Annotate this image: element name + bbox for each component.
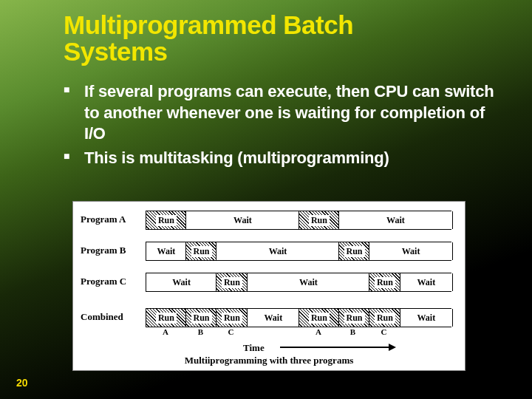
seg-b-wait2: Wait (216, 242, 339, 260)
page-number: 20 (16, 377, 28, 389)
sublabel-b2: B (338, 327, 368, 336)
seg-b-run1: Run (185, 242, 216, 260)
bullet-list: If several programs can execute, then CP… (0, 65, 532, 168)
seg-d-runb2: Run (338, 309, 369, 327)
label-program-b: Program B (81, 245, 126, 256)
seg-b-wait1: Wait (146, 242, 186, 260)
seg-a-wait1: Wait (185, 211, 299, 229)
timing-diagram: Program A Run Wait Run Wait Program B Wa… (72, 201, 466, 371)
bullet-1: If several programs can execute, then CP… (64, 81, 495, 145)
sublabel-c2: C (369, 327, 399, 336)
seg-d-runc2: Run (369, 309, 400, 327)
seg-c-run1: Run (216, 273, 247, 291)
track-combined: Run Run Run Wait Run Run Run Wait (146, 308, 451, 327)
seg-d-wait2: Wait (400, 309, 453, 327)
time-arrow-line (280, 347, 391, 348)
title-line-2: Systems (64, 37, 167, 66)
seg-a-wait2: Wait (338, 211, 453, 229)
row-program-c: Program C Wait Run Wait Run Wait (73, 268, 465, 298)
sublabel-c1: C (216, 327, 246, 336)
row-combined: Combined Run Run Run Wait Run Run Run Wa… (73, 307, 465, 341)
time-label: Time (243, 342, 265, 354)
slide: Multiprogrammed Batch Systems If several… (0, 0, 532, 399)
seg-c-wait3: Wait (400, 273, 453, 291)
diagram-caption: Multiiprogramming with three programs (73, 355, 465, 366)
seg-d-wait1: Wait (247, 309, 299, 327)
title-line-1: Multiprogrammed Batch (64, 10, 353, 39)
seg-a-run1: Run (146, 211, 186, 229)
track-c: Wait Run Wait Run Wait (146, 273, 451, 292)
sublabel-a2: A (299, 327, 338, 336)
label-program-a: Program A (81, 214, 126, 225)
seg-d-runb1: Run (185, 309, 216, 327)
seg-b-run2: Run (338, 242, 369, 260)
seg-c-wait2: Wait (247, 273, 370, 291)
track-a: Run Wait Run Wait (146, 211, 451, 230)
row-program-a: Program A Run Wait Run Wait (73, 206, 465, 236)
track-b: Wait Run Wait Run Wait (146, 242, 451, 261)
row-program-b: Program B Wait Run Wait Run Wait (73, 237, 465, 267)
label-program-c: Program C (81, 276, 126, 287)
seg-c-run2: Run (369, 273, 400, 291)
seg-b-wait3: Wait (369, 242, 453, 260)
label-combined: Combined (81, 311, 123, 323)
sublabel-a1: A (146, 327, 185, 336)
seg-c-wait1: Wait (146, 273, 216, 291)
bullet-2: This is multitasking (multiprogramming) (64, 148, 495, 169)
seg-a-run2: Run (299, 211, 339, 229)
seg-d-runc1: Run (216, 309, 247, 327)
slide-title: Multiprogrammed Batch Systems (0, 0, 532, 65)
seg-d-runa2: Run (299, 309, 339, 327)
seg-d-runa1: Run (146, 309, 186, 327)
sublabel-b1: B (185, 327, 216, 336)
time-arrow-head (389, 344, 396, 351)
